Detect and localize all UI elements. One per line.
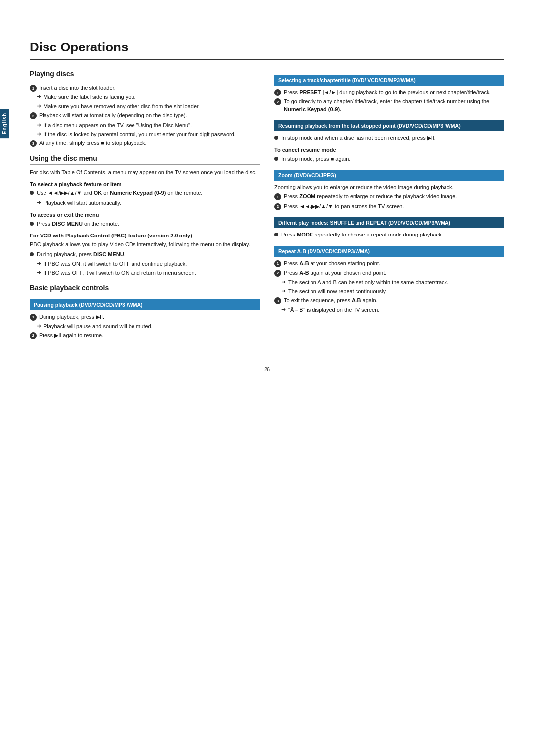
selecting-item-2-text: To go directly to any chapter/ title/tra… [284,98,504,113]
zoom-item-1-text: Press ZOOM repeatedly to enlarge or redu… [284,193,457,200]
pbc-text: During playback, press DISC MENU. [37,251,126,258]
selecting-item-2: 2 To go directly to any chapter/ title/t… [274,98,504,113]
playing-arrow-2: ➜ Make sure you have removed any other d… [30,103,260,110]
repeat-ab-item-3: 3 To exit the sequence, press A-B again. [274,297,504,304]
pausing-arrow-1-text: Playback will pause and sound will be mu… [44,323,153,330]
right-column: Selecting a track/chapter/title (DVD/ VC… [274,70,504,346]
resuming-box: Resuming playback from the last stopped … [274,120,504,131]
repeat-ab-arrow-2: ➜ The section will now repeat continuous… [274,288,504,295]
selecting-track-box: Selecting a track/chapter/title (DVD/ VC… [274,75,504,86]
cancel-resume-title: To cancel resume mode [274,147,504,153]
number-1: 1 [30,85,37,92]
resuming-item: In stop mode and when a disc has not bee… [274,134,504,142]
access-menu-item: Press DISC MENU on the remote. [30,220,260,228]
playing-item-1-text: Insert a disc into the slot loader. [39,84,116,92]
playing-arrow-3: ➜ If a disc menu appears on the TV, see … [30,122,260,129]
number-2: 2 [274,203,281,210]
playing-arrow-3-text: If a disc menu appears on the TV, see "U… [44,122,192,129]
repeat-ab-arrow-1: ➜ The section A and B can be set only wi… [274,279,504,286]
cancel-item: In stop mode, press ■ again. [274,155,504,163]
bullet-icon [30,252,34,256]
playing-item-3-text: At any time, simply press ■ to stop play… [39,140,147,147]
play-modes-box: Differnt play modes: SHUFFLE and REPEAT … [274,217,504,228]
select-feature-item: Use ◄◄/▶▶/▲/▼ and OK or Numeric Keypad (… [30,189,260,197]
page-number: 26 [30,366,504,372]
pausing-arrow-1: ➜ Playback will pause and sound will be … [30,323,260,330]
select-feature-title: To select a playback feature or item [30,181,260,187]
play-modes-section: Differnt play modes: SHUFFLE and REPEAT … [274,217,504,238]
number-3: 3 [30,140,37,147]
zoom-box: Zoom (DVD/VCD/JPEG) [274,170,504,181]
playing-discs-section: Playing discs 1 Insert a disc into the s… [30,70,260,147]
zoom-section: Zoom (DVD/VCD/JPEG) Zooming allows you t… [274,170,504,210]
play-modes-text: Press MODE repeatedly to choose a repeat… [281,231,443,238]
arrow-icon: ➜ [37,199,41,206]
repeat-ab-item-2: 2 Press A-B again at your chosen end poi… [274,269,504,277]
page-title: Disc Operations [30,40,504,60]
arrow-icon: ➜ [37,131,41,137]
arrow-icon: ➜ [37,122,41,128]
playing-item-1: 1 Insert a disc into the slot loader. [30,84,260,92]
repeat-ab-arrow-3: ➜ "Ā－B̄" is displayed on the TV screen. [274,306,504,314]
zoom-item-1: 1 Press ZOOM repeatedly to enlarge or re… [274,193,504,200]
left-column: Playing discs 1 Insert a disc into the s… [30,70,260,346]
playing-arrow-4-text: If the disc is locked by parental contro… [44,131,236,138]
bullet-icon [274,233,278,236]
selecting-item-1-text: Press PRESET |◄/►| during playback to go… [284,89,491,96]
number-2: 2 [30,332,37,339]
pausing-item-2: 2 Press ▶II again to resume. [30,332,260,339]
play-modes-item: Press MODE repeatedly to choose a repeat… [274,231,504,238]
number-3: 3 [274,297,281,304]
playing-discs-title: Playing discs [30,70,260,80]
repeat-ab-box: Repeat A-B (DVD/VCD/CD/MP3/WMA) [274,246,504,257]
pbc-item: During playback, press DISC MENU. [30,251,260,258]
number-2: 2 [274,98,281,105]
repeat-ab-item-1: 1 Press A-B at your chosen starting poin… [274,260,504,267]
selecting-track-section: Selecting a track/chapter/title (DVD/ VC… [274,75,504,113]
access-menu-title: To access or exit the menu [30,212,260,218]
basic-playback-section: Basic playback controls Pausing playback… [30,284,260,339]
repeat-ab-item-1-text: Press A-B at your chosen starting point. [284,260,380,267]
cancel-item-text: In stop mode, press ■ again. [281,155,350,163]
arrow-icon: ➜ [37,103,41,109]
select-feature-text: Use ◄◄/▶▶/▲/▼ and OK or Numeric Keypad (… [37,189,202,197]
arrow-icon: ➜ [37,260,41,267]
using-disc-menu-section: Using the disc menu For disc with Table … [30,154,260,277]
bullet-icon [30,191,34,195]
repeat-ab-section: Repeat A-B (DVD/VCD/CD/MP3/WMA) 1 Press … [274,246,504,314]
arrow-icon: ➜ [281,288,286,294]
number-1: 1 [30,314,37,321]
select-feature-arrow-text: Playback will start automatically. [44,199,121,207]
pbc-arrow-2-text: If PBC was OFF, it will switch to ON and… [44,269,196,277]
playing-arrow-1: ➜ Make sure the label side is facing you… [30,94,260,101]
playing-item-2-text: Playback will start automatically (depen… [39,112,187,119]
basic-playback-title: Basic playback controls [30,284,260,294]
pbc-arrow-1: ➜ If PBC was ON, it will switch to OFF a… [30,260,260,268]
playing-arrow-1-text: Make sure the label side is facing you. [44,94,136,101]
resuming-section: Resuming playback from the last stopped … [274,120,504,163]
zoom-intro: Zooming allows you to enlarge or reduce … [274,184,504,191]
repeat-ab-arrow-1-text: The section A and B can be set only with… [288,279,448,286]
arrow-icon: ➜ [281,279,286,285]
pbc-title: For VCD with Playback Control (PBC) feat… [30,233,260,238]
zoom-item-2-text: Press ◄◄/▶▶/▲/▼ to pan across the TV scr… [284,203,404,210]
pausing-box: Pausing playback (DVD/VCD/CD/MP3 /WMA) [30,299,260,310]
number-2: 2 [274,270,281,277]
pbc-arrow-1-text: If PBC was ON, it will switch to OFF and… [44,260,187,268]
number-2: 2 [30,112,37,119]
number-1: 1 [274,193,281,200]
resuming-item-text: In stop mode and when a disc has not bee… [281,134,436,142]
main-content: Playing discs 1 Insert a disc into the s… [30,70,504,346]
bullet-icon [274,157,278,161]
language-tab: English [0,109,9,138]
using-disc-menu-title: Using the disc menu [30,154,260,165]
zoom-item-2: 2 Press ◄◄/▶▶/▲/▼ to pan across the TV s… [274,203,504,210]
using-disc-menu-intro: For disc with Table Of Contents, a menu … [30,169,260,176]
arrow-icon: ➜ [37,94,41,100]
arrow-icon: ➜ [37,269,41,276]
access-menu-text: Press DISC MENU on the remote. [37,220,119,228]
number-1: 1 [274,260,281,267]
playing-item-2: 2 Playback will start automatically (dep… [30,112,260,119]
pausing-item-1: 1 During playback, press ▶II. [30,313,260,321]
pausing-item-1-text: During playback, press ▶II. [39,313,104,321]
